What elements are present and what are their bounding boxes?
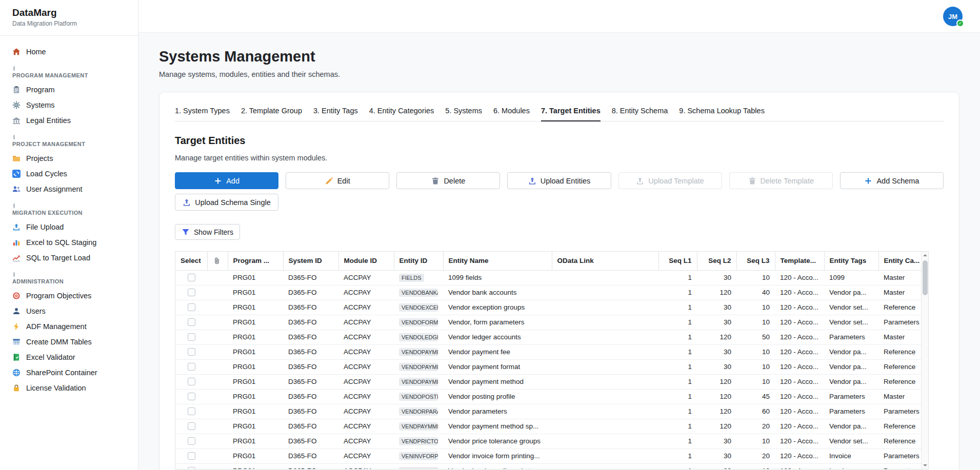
sidebar-item-load-cycles[interactable]: Load Cycles (0, 166, 138, 181)
row-select-checkbox[interactable] (188, 289, 195, 296)
sidebar-section-label: PROJECT MANAGEMENT (12, 141, 126, 147)
row-select-checkbox[interactable] (188, 318, 195, 326)
upload-schema-single-button[interactable]: Upload Schema Single (175, 194, 278, 211)
cell-template: 120 - Acco... (775, 419, 824, 434)
button-label: Add (226, 177, 239, 185)
tab-1-system-types[interactable]: 1. System Types (175, 106, 230, 121)
upload-entities-button[interactable]: Upload Entities (507, 172, 611, 189)
column-header-odata-link[interactable]: OData Link (552, 252, 658, 270)
scrollbar-thumb[interactable] (923, 260, 928, 295)
tab-5-systems[interactable]: 5. Systems (445, 106, 482, 121)
cell-entity-category: Master (878, 285, 922, 300)
upload-template-button: Upload Template (618, 172, 722, 189)
user-avatar[interactable]: JM ✓ (943, 7, 963, 26)
sidebar-item-home[interactable]: Home (0, 44, 138, 59)
tab-3-entity-tags[interactable]: 3. Entity Tags (313, 106, 358, 121)
scrollbar-down-arrow-icon[interactable] (922, 462, 928, 469)
cell-entity-tags: Invoice (824, 448, 878, 463)
sidebar-item-excel-to-sql-staging[interactable]: Excel to SQL Staging (0, 235, 138, 250)
show-filters-button[interactable]: Show Filters (175, 224, 240, 240)
sidebar-item-label: Systems (26, 101, 55, 109)
column-header-attachment[interactable] (207, 252, 228, 270)
tab-2-template-group[interactable]: 2. Template Group (241, 106, 302, 121)
sidebar-item-excel-validator[interactable]: Excel Validator (0, 350, 138, 365)
sidebar-item-label: File Upload (26, 223, 64, 231)
sidebar-item-projects[interactable]: Projects (0, 151, 138, 166)
cell-system-id: D365-FO (283, 463, 338, 469)
cell-attachment (207, 404, 228, 419)
table-row: PRG01 D365-FO ACCPAY VENDOPAYMEFEE Vendo… (175, 344, 922, 359)
cell-module-id: ACCPAY (338, 300, 394, 315)
column-header-seq-l2[interactable]: Seq L2 (697, 252, 736, 270)
row-select-checkbox[interactable] (188, 422, 195, 430)
sidebar-item-file-upload[interactable]: File Upload (0, 219, 138, 235)
tab-6-modules[interactable]: 6. Modules (493, 106, 530, 121)
tab-7-target-entities[interactable]: 7. Target Entities (541, 106, 601, 121)
column-header-module-id[interactable]: Module ID (338, 252, 394, 270)
sidebar-item-systems[interactable]: Systems (0, 97, 138, 113)
sidebar-item-create-dmm-tables[interactable]: Create DMM Tables (0, 334, 138, 350)
column-header-seq-l1[interactable]: Seq L1 (658, 252, 697, 270)
table-row: PRG01 D365-FO ACCPAY VENDPRICTOLEG Vendo… (175, 434, 922, 448)
sidebar-item-license-validation[interactable]: License Validation (0, 380, 138, 396)
cell-template: 120 - Acco... (775, 315, 824, 330)
add-schema-button[interactable]: Add Schema (840, 172, 944, 189)
entity-id-badge: VENINVPOLRULT (399, 467, 438, 469)
sidebar-item-user-assignment[interactable]: User Assignment (0, 181, 138, 197)
delete-button[interactable]: Delete (396, 172, 500, 189)
column-header-entity-tags[interactable]: Entity Tags (824, 252, 878, 270)
sidebar-item-program-objectives[interactable]: Program Objectives (0, 288, 138, 303)
column-header-select[interactable]: Select (175, 252, 207, 270)
bolt-icon (12, 322, 21, 331)
row-select-checkbox[interactable] (188, 452, 195, 460)
cell-odata-link (552, 344, 658, 359)
column-header-template[interactable]: Template... (775, 252, 824, 270)
cell-system-id: D365-FO (283, 315, 338, 330)
entities-table: SelectProgram ...System IDModule IDEntit… (175, 251, 929, 469)
row-select-checkbox[interactable] (188, 378, 195, 385)
column-header-entity-id[interactable]: Entity ID (394, 252, 443, 270)
cell-seq-l2: 30 (697, 270, 736, 285)
cell-seq-l3: 10 (736, 463, 775, 469)
row-select-checkbox[interactable] (188, 407, 195, 415)
cell-entity-category: Reference (878, 434, 922, 448)
scrollbar-up-arrow-icon[interactable] (922, 252, 928, 259)
row-select-checkbox[interactable] (188, 393, 195, 400)
table-icon (12, 338, 21, 346)
column-header-program[interactable]: Program ... (228, 252, 283, 270)
sidebar-item-label: Home (26, 48, 46, 56)
column-header-entity-name[interactable]: Entity Name (443, 252, 552, 270)
row-select-checkbox[interactable] (188, 467, 195, 469)
cell-template: 120 - Acco... (775, 448, 824, 463)
column-header-system-id[interactable]: System ID (283, 252, 338, 270)
systems-management-card: 1. System Types2. Template Group3. Entit… (159, 92, 959, 470)
sidebar-item-program[interactable]: Program (0, 82, 138, 97)
sidebar-item-sql-to-target-load[interactable]: SQL to Target Load (0, 250, 138, 265)
tab-4-entity-categories[interactable]: 4. Entity Categories (369, 106, 434, 121)
tab-9-schema-lookup-tables[interactable]: 9. Schema Lookup Tables (679, 106, 765, 121)
table-scrollbar[interactable] (921, 252, 928, 469)
column-header-entity-ca[interactable]: Entity Ca... (878, 252, 922, 270)
sidebar-item-users[interactable]: Users (0, 303, 138, 319)
cell-odata-link (552, 374, 658, 389)
row-select-checkbox[interactable] (188, 303, 195, 311)
entity-id-badge: VENDOPAYMEFO (399, 363, 438, 371)
sidebar-item-sharepoint-container[interactable]: SharePoint Container (0, 365, 138, 380)
tab-8-entity-schema[interactable]: 8. Entity Schema (612, 106, 668, 121)
globe-icon (12, 369, 21, 377)
row-select-checkbox[interactable] (188, 348, 195, 356)
section-marker-icon (13, 203, 15, 208)
sidebar-item-legal-entities[interactable]: Legal Entities (0, 113, 138, 128)
add-button[interactable]: Add (175, 172, 278, 189)
cell-seq-l1: 1 (658, 344, 697, 359)
edit-button[interactable]: Edit (286, 172, 389, 189)
row-select-checkbox[interactable] (188, 274, 195, 281)
column-header-seq-l3[interactable]: Seq L3 (736, 252, 775, 270)
row-select-checkbox[interactable] (188, 437, 195, 445)
row-select-checkbox[interactable] (188, 333, 195, 341)
sidebar-nav: HomePROGRAM MANAGEMENTProgramSystemsLega… (0, 36, 138, 401)
cell-seq-l1: 1 (658, 315, 697, 330)
cell-entity-category: Master (878, 330, 922, 344)
sidebar-item-adf-management[interactable]: ADF Management (0, 319, 138, 334)
row-select-checkbox[interactable] (188, 363, 195, 371)
